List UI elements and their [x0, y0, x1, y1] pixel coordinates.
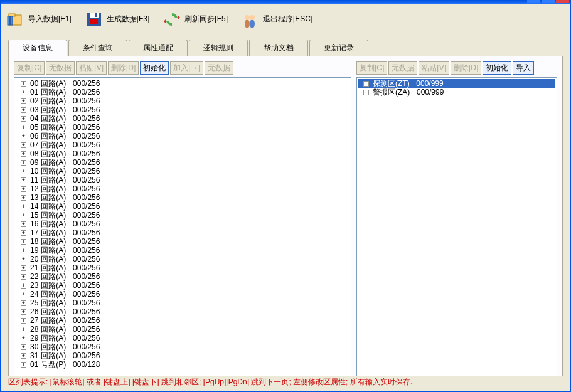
left-tree-row[interactable]: +01号盘(P) 000/128 [16, 360, 350, 369]
expand-icon[interactable]: + [21, 283, 26, 289]
tree-count: 000/256 [73, 325, 100, 334]
expand-icon[interactable]: + [21, 204, 26, 209]
tree-count: 000/256 [73, 79, 100, 88]
expand-icon[interactable]: + [21, 142, 26, 148]
refresh-icon [162, 9, 182, 29]
left-btn-5: 加入[→] [170, 61, 203, 75]
tree-idx: 02 [30, 97, 38, 105]
tree-idx: 23 [30, 281, 38, 290]
expand-icon[interactable]: + [21, 344, 26, 350]
tree-count: 000/256 [73, 281, 100, 290]
svg-rect-3 [9, 16, 11, 25]
tree-count: 000/256 [73, 97, 100, 105]
expand-icon[interactable]: + [21, 177, 26, 183]
toolbar-item-refresh[interactable]: 刷新同步[F5] [162, 9, 228, 29]
tree-count: 000/256 [73, 149, 100, 158]
tree-idx: 09 [30, 158, 38, 167]
expand-icon[interactable]: + [21, 116, 26, 122]
toolbar-item-exit[interactable]: 退出程序[ESC] [240, 9, 312, 29]
maximize-button[interactable] [542, 0, 555, 3]
svg-point-13 [250, 19, 255, 28]
expand-icon[interactable]: + [21, 125, 26, 130]
expand-icon[interactable]: + [21, 98, 26, 104]
tree-idx: 10 [30, 167, 38, 176]
expand-icon[interactable]: + [21, 309, 26, 315]
expand-icon[interactable]: + [21, 169, 26, 174]
expand-icon[interactable]: + [21, 248, 26, 253]
svg-rect-1 [9, 14, 15, 16]
expand-icon[interactable]: + [363, 81, 369, 87]
tree-count: 000/999 [417, 88, 444, 97]
right-btn-1: 无数据 [388, 61, 417, 75]
expand-icon[interactable]: + [21, 151, 26, 157]
tree-idx: 04 [30, 114, 38, 123]
expand-icon[interactable]: + [21, 292, 26, 297]
tree-idx: 03 [30, 105, 38, 114]
expand-icon[interactable]: + [21, 336, 26, 341]
right-btn-2: 粘贴[V] [419, 61, 449, 75]
tab-2[interactable]: 属性通配 [129, 40, 188, 56]
tab-5[interactable]: 更新记录 [309, 40, 368, 56]
expand-icon[interactable]: + [21, 300, 26, 306]
tree-idx: 08 [30, 149, 38, 158]
expand-icon[interactable]: + [21, 107, 26, 113]
expand-icon[interactable]: + [21, 230, 26, 236]
left-btn-4[interactable]: 初始化 [140, 61, 169, 75]
svg-point-15 [250, 15, 255, 20]
close-button[interactable] [556, 0, 569, 3]
expand-icon[interactable]: + [21, 257, 26, 262]
expand-icon[interactable]: + [21, 213, 26, 218]
expand-icon[interactable]: + [21, 362, 26, 368]
expand-icon[interactable]: + [21, 195, 26, 201]
right-btn-4[interactable]: 初始化 [483, 61, 511, 75]
toolbar-item-save[interactable]: 生成数据[F3] [84, 9, 150, 29]
expand-icon[interactable]: + [21, 239, 26, 245]
left-btn-2: 粘贴[V] [76, 61, 107, 75]
left-tree[interactable]: +00回路(A) 000/256+01回路(A) 000/256+02回路(A)… [14, 77, 351, 383]
expand-icon[interactable]: + [21, 81, 26, 87]
tree-count: 000/128 [73, 360, 100, 369]
tab-4[interactable]: 帮助文档 [249, 40, 308, 56]
expand-icon[interactable]: + [21, 160, 26, 166]
tab-1[interactable]: 条件查询 [68, 40, 127, 56]
tree-count: 000/256 [73, 176, 100, 184]
expand-icon[interactable]: + [21, 265, 26, 271]
tree-idx: 24 [30, 290, 38, 299]
tree-count: 000/256 [73, 351, 100, 360]
tree-count: 000/256 [73, 272, 100, 281]
expand-icon[interactable]: + [363, 90, 369, 95]
tree-idx: 21 [30, 263, 38, 272]
footer-hint: 区列表提示: [鼠标滚轮] 或者 [键盘上] [键盘下] 跳到相邻区; [PgU… [8, 376, 563, 389]
expand-icon[interactable]: + [21, 327, 26, 332]
tab-3[interactable]: 逻辑规则 [189, 40, 248, 56]
tree-idx: 05 [30, 123, 38, 132]
expand-icon[interactable]: + [21, 90, 26, 95]
toolbar-label: 退出程序[ESC] [263, 14, 312, 24]
tree-count: 000/256 [73, 316, 100, 325]
tab-0[interactable]: 设备信息 [8, 40, 67, 56]
tree-count: 000/256 [73, 114, 100, 123]
right-btn-0: 复制[C] [356, 61, 387, 75]
left-btn-3: 删除[D] [108, 61, 139, 75]
svg-point-14 [245, 15, 250, 20]
expand-icon[interactable]: + [21, 274, 26, 280]
right-tree-row[interactable]: +警报区(ZA) 000/999 [358, 88, 555, 97]
tree-count: 000/256 [73, 211, 100, 220]
right-tree[interactable]: +探测区(ZT) 000/999+警报区(ZA) 000/999 [356, 77, 557, 383]
tree-idx: 25 [30, 299, 38, 307]
tree-idx: 16 [30, 220, 38, 228]
toolbar-label: 导入数据[F1] [28, 14, 72, 24]
toolbar-item-import[interactable]: 导入数据[F1] [6, 9, 72, 29]
right-btn-5[interactable]: 导入 [513, 61, 534, 75]
expand-icon[interactable]: + [21, 353, 26, 359]
expand-icon[interactable]: + [21, 186, 26, 192]
left-btn-1: 无数据 [46, 61, 75, 75]
expand-icon[interactable]: + [21, 318, 26, 324]
tree-count: 000/256 [73, 220, 100, 228]
expand-icon[interactable]: + [21, 134, 26, 139]
svg-marker-10 [178, 15, 180, 20]
minimize-button[interactable] [527, 0, 540, 3]
svg-rect-9 [90, 23, 98, 24]
expand-icon[interactable]: + [21, 221, 26, 227]
tree-count: 000/999 [416, 79, 443, 88]
